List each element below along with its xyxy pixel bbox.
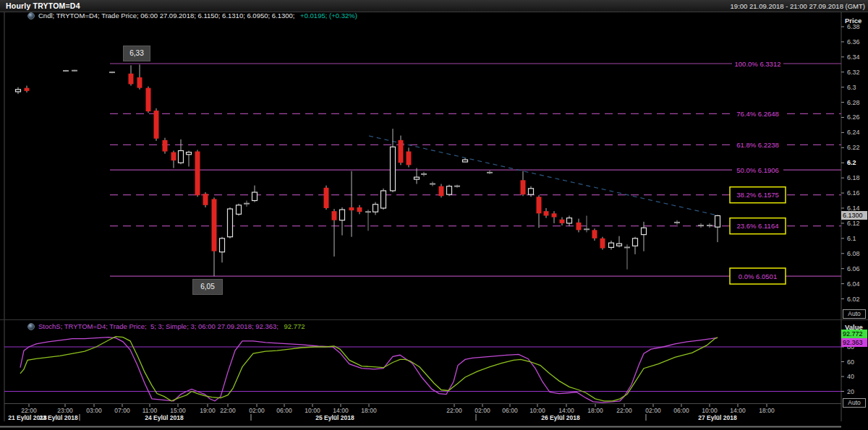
svg-text:61.8% 6.2238: 61.8% 6.2238: [736, 141, 779, 149]
svg-text:100.0% 6.3312: 100.0% 6.3312: [735, 60, 781, 68]
svg-text:15:00: 15:00: [170, 407, 186, 414]
svg-text:22:00: 22:00: [21, 407, 37, 414]
svg-text:02:00: 02:00: [249, 407, 265, 414]
svg-text:23 Eylül 2018: 23 Eylül 2018: [39, 414, 78, 421]
svg-text:6.28: 6.28: [847, 99, 860, 106]
stochastic-plot: [4, 337, 841, 403]
svg-text:10:00: 10:00: [702, 407, 718, 414]
svg-text:6.3: 6.3: [847, 84, 856, 91]
title-bar: Hourly TRYTOM=D4 19:00 21.09.2018 - 21:0…: [0, 0, 868, 12]
chart-canvas[interactable]: 100.0% 6.331276.4% 6.264861.8% 6.223850.…: [0, 0, 868, 430]
svg-text:11:00: 11:00: [142, 407, 158, 414]
svg-text:6.34: 6.34: [847, 53, 860, 61]
svg-text:18:00: 18:00: [759, 407, 775, 414]
svg-text:6.2: 6.2: [847, 159, 856, 166]
price-axis-title: Price: [845, 17, 861, 25]
svg-text:40: 40: [847, 373, 854, 380]
svg-text:19:00: 19:00: [200, 407, 216, 414]
svg-text:22:00: 22:00: [616, 407, 632, 414]
svg-text:25 Eylül 2018: 25 Eylül 2018: [315, 414, 354, 421]
fibonacci-labels: 100.0% 6.331276.4% 6.264861.8% 6.223850.…: [730, 59, 786, 284]
svg-text:14:00: 14:00: [558, 407, 574, 414]
stoch-k-badge: 92.772: [841, 330, 867, 338]
svg-text:06:00: 06:00: [502, 407, 518, 414]
svg-text:14:00: 14:00: [730, 407, 746, 414]
svg-text:02:00: 02:00: [645, 407, 661, 414]
svg-text:6.1: 6.1: [847, 235, 856, 242]
svg-text:6.08: 6.08: [847, 250, 860, 257]
svg-text:6.32: 6.32: [847, 69, 860, 76]
svg-text:24 Eylül 2018: 24 Eylül 2018: [145, 414, 184, 421]
stoch-legend-text: StochS; TRYTOM=D4; Trade Price; 5; 3; Si…: [38, 322, 281, 330]
stoch-series-legend[interactable]: StochS; TRYTOM=D4; Trade Price; 5; 3; Si…: [27, 322, 305, 331]
svg-text:27 Eylül 2018: 27 Eylül 2018: [698, 414, 737, 421]
indicator-series-icon: [27, 323, 35, 330]
svg-text:02:00: 02:00: [475, 407, 490, 414]
low-annotation: 6,05: [192, 279, 223, 295]
svg-text:22:00: 22:00: [220, 407, 236, 414]
price-change-text: +0.0195; (+0.32%): [300, 12, 357, 20]
chart-title: Hourly TRYTOM=D4: [0, 1, 80, 10]
trendline: [369, 136, 718, 215]
svg-text:18:00: 18:00: [587, 407, 603, 414]
candle-series-icon: [27, 12, 35, 20]
price-axis[interactable]: 6.386.366.346.326.36.286.266.246.226.26.…: [841, 23, 860, 303]
high-annotation: 6,33: [123, 46, 150, 61]
candles: [16, 64, 720, 276]
stoch-d-badge: 92.363: [841, 338, 867, 347]
svg-text:14:00: 14:00: [333, 407, 349, 414]
svg-text:50.0% 6.1906: 50.0% 6.1906: [736, 166, 779, 174]
svg-text:6.18: 6.18: [847, 174, 860, 181]
svg-text:23.6% 6.1164: 23.6% 6.1164: [737, 222, 779, 230]
svg-text:10:00: 10:00: [305, 407, 320, 414]
current-price-badge: 6.1300: [841, 211, 867, 220]
time-axis[interactable]: 22:0023:0003:0007:0011:0015:0019:0022:00…: [8, 404, 775, 421]
svg-text:03:00: 03:00: [86, 407, 102, 414]
chart-window: 100.0% 6.331276.4% 6.264861.8% 6.223850.…: [0, 0, 868, 430]
svg-text:07:00: 07:00: [114, 407, 130, 414]
svg-text:6.16: 6.16: [847, 189, 860, 197]
svg-text:26 Eylül 2018: 26 Eylül 2018: [541, 414, 580, 421]
svg-text:23:00: 23:00: [57, 407, 73, 414]
svg-text:20: 20: [847, 388, 854, 395]
svg-text:0.0% 6.0501: 0.0% 6.0501: [739, 272, 777, 280]
svg-text:6.12: 6.12: [847, 220, 860, 227]
svg-text:6.02: 6.02: [847, 296, 860, 303]
svg-text:10:00: 10:00: [529, 407, 545, 414]
price-legend-text: Cndl; TRYTOM=D4; Trade Price; 06:00 27.0…: [38, 12, 297, 20]
svg-text:6.06: 6.06: [847, 265, 860, 272]
chart-time-range: 19:00 21.09.2018 - 21:00 27.09.2018 (GMT…: [731, 2, 868, 10]
svg-text:76.4% 6.2648: 76.4% 6.2648: [736, 110, 779, 118]
svg-text:60: 60: [847, 358, 854, 366]
svg-text:6.22: 6.22: [847, 144, 860, 151]
svg-text:6.26: 6.26: [847, 113, 860, 121]
svg-text:6.04: 6.04: [847, 280, 860, 288]
svg-text:6.24: 6.24: [847, 129, 860, 136]
svg-text:38.2% 6.1575: 38.2% 6.1575: [736, 191, 779, 199]
value-axis[interactable]: 80604020: [841, 343, 854, 395]
price-auto-scale-button[interactable]: Auto: [843, 309, 866, 319]
stoch-auto-scale-button[interactable]: Auto: [843, 398, 866, 408]
stoch-k-text: 92.772: [284, 322, 305, 330]
svg-text:06:00: 06:00: [673, 407, 689, 414]
svg-text:22:00: 22:00: [446, 407, 462, 414]
svg-text:6.36: 6.36: [847, 38, 860, 46]
svg-text:18:00: 18:00: [361, 407, 377, 414]
svg-text:06:00: 06:00: [276, 407, 292, 414]
